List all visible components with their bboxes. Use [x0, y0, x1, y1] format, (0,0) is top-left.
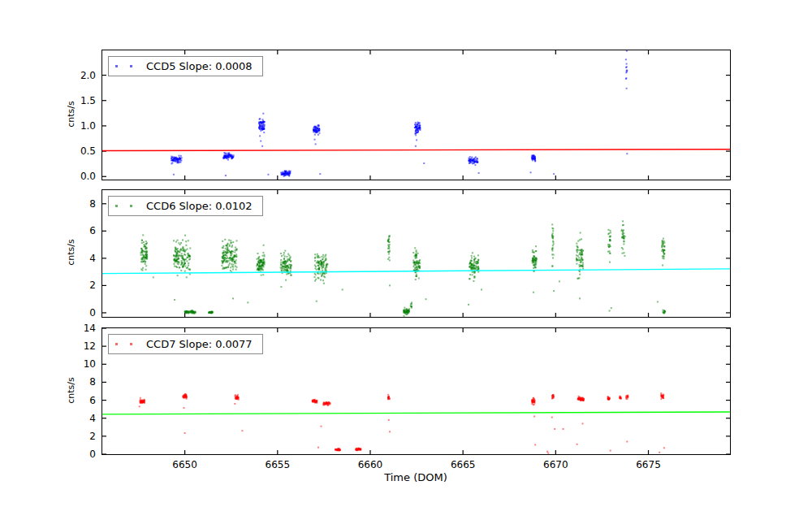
data-point: [288, 255, 290, 257]
data-point: [410, 303, 412, 305]
data-point: [142, 270, 144, 271]
legend-marker-icon: [130, 65, 132, 67]
data-point: [319, 173, 321, 175]
data-point: [620, 397, 621, 399]
data-point: [552, 245, 554, 246]
data-point: [317, 124, 319, 126]
data-point: [144, 244, 145, 245]
data-point: [188, 259, 190, 261]
data-point: [624, 252, 625, 254]
data-point: [533, 255, 534, 257]
data-point: [230, 270, 231, 271]
data-point: [322, 280, 324, 281]
data-point: [236, 249, 238, 250]
legend-marker-icon: [115, 205, 118, 207]
data-point: [221, 265, 222, 266]
data-point: [288, 266, 290, 268]
data-point: [257, 258, 258, 260]
data-point: [227, 266, 229, 268]
data-point: [179, 262, 180, 263]
data-point: [580, 262, 581, 263]
data-point: [408, 308, 410, 310]
data-point: [579, 239, 581, 240]
data-point: [179, 266, 180, 268]
data-point: [264, 121, 266, 123]
data-point: [289, 173, 291, 175]
data-point: [419, 267, 421, 269]
data-point: [414, 247, 416, 249]
data-point: [610, 232, 611, 233]
data-point: [661, 396, 663, 398]
data-point: [623, 243, 624, 245]
data-point: [577, 249, 578, 250]
data-point: [241, 430, 243, 431]
data-point: [315, 279, 317, 280]
data-point: [314, 273, 316, 275]
data-point: [389, 244, 391, 245]
legend-marker-icon: [115, 343, 118, 345]
y-tick-label: 8: [58, 198, 96, 210]
data-point: [415, 279, 417, 280]
data-point: [471, 159, 473, 161]
data-point: [577, 251, 578, 253]
data-point: [223, 259, 225, 261]
data-point: [231, 263, 232, 265]
data-point: [140, 254, 142, 256]
subplot-ccd6: CCD6 Slope: 0.0102: [102, 189, 731, 318]
data-point: [262, 274, 264, 275]
data-point: [321, 426, 322, 427]
data-point: [608, 246, 610, 248]
data-point: [175, 251, 176, 253]
data-point: [177, 248, 179, 249]
data-point: [533, 416, 535, 418]
data-point: [180, 270, 182, 271]
data-point: [260, 122, 261, 124]
data-point: [140, 401, 141, 403]
data-point: [175, 158, 177, 160]
data-point: [342, 289, 343, 291]
data-point: [184, 311, 186, 313]
data-point: [283, 258, 285, 259]
data-point: [180, 264, 182, 266]
data-point: [580, 249, 581, 251]
data-point: [176, 258, 178, 260]
data-point: [231, 242, 232, 244]
data-point: [477, 259, 479, 261]
data-point: [258, 266, 260, 267]
data-point: [535, 259, 537, 261]
data-point: [625, 58, 627, 60]
data-point: [576, 243, 577, 245]
data-point: [144, 258, 145, 260]
data-point: [283, 270, 284, 271]
data-point: [477, 254, 479, 256]
data-point: [262, 255, 264, 257]
y-tick-label: 8: [58, 376, 96, 388]
data-point: [578, 257, 580, 258]
legend-ccd6: CCD6 Slope: 0.0102: [108, 196, 263, 216]
data-point: [184, 249, 185, 250]
y-tick-label: 4: [58, 413, 96, 424]
data-point: [314, 260, 316, 262]
data-point: [285, 172, 287, 174]
data-point: [534, 444, 536, 445]
data-point: [551, 417, 553, 418]
data-point: [412, 252, 414, 254]
data-point: [263, 132, 265, 133]
data-point: [534, 264, 536, 266]
data-point: [582, 262, 584, 264]
data-point: [610, 230, 611, 232]
data-point: [257, 258, 259, 259]
data-point: [142, 267, 144, 269]
data-point: [473, 277, 475, 279]
data-point: [325, 254, 326, 256]
data-point: [471, 264, 473, 266]
data-point: [477, 158, 478, 159]
data-point: [314, 139, 316, 141]
y-axis-title: cnts/s: [66, 73, 76, 154]
data-point: [609, 310, 611, 312]
data-point: [554, 428, 555, 430]
data-point: [175, 262, 176, 263]
data-point: [228, 154, 230, 156]
data-point: [609, 253, 611, 254]
data-point: [469, 274, 471, 275]
